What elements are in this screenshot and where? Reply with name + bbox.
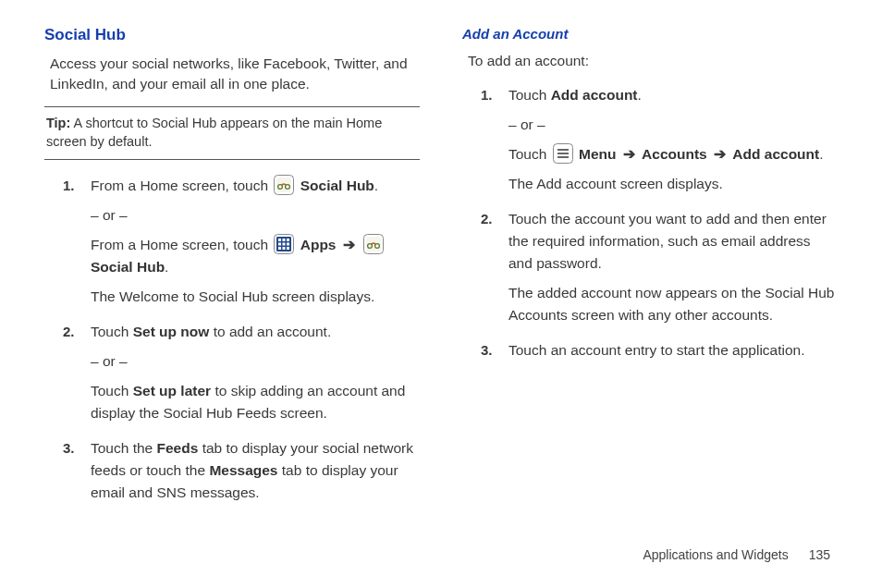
bold-apps: Apps bbox=[300, 237, 337, 252]
bold-social-hub: Social Hub bbox=[300, 178, 374, 193]
svg-rect-10 bbox=[283, 242, 286, 245]
page-footer: Applications and Widgets 135 bbox=[643, 547, 830, 562]
bold-add-account: Add account bbox=[551, 87, 638, 103]
steps-list-left: From a Home screen, touch Social Hub. – … bbox=[44, 175, 420, 504]
heading-social-hub: Social Hub bbox=[44, 26, 420, 44]
svg-rect-20 bbox=[557, 149, 569, 151]
period: . bbox=[165, 259, 168, 275]
footer-section: Applications and Widgets bbox=[643, 547, 788, 562]
step-text: The Welcome to Social Hub screen display… bbox=[91, 286, 420, 308]
tip-box: Tip: A shortcut to Social Hub appears on… bbox=[44, 106, 420, 159]
step-text: From a Home screen, touch bbox=[91, 178, 272, 193]
step-text: to add an account. bbox=[209, 324, 331, 339]
tip-text: A shortcut to Social Hub appears on the … bbox=[46, 116, 382, 149]
svg-rect-8 bbox=[287, 239, 289, 241]
step-text: The Add account screen displays. bbox=[508, 173, 838, 195]
svg-point-18 bbox=[375, 243, 380, 248]
svg-point-2 bbox=[278, 184, 283, 189]
or-text: – or – bbox=[508, 114, 838, 136]
or-text: – or – bbox=[91, 204, 420, 227]
social-hub-icon bbox=[274, 175, 294, 195]
step-text: Touch bbox=[91, 324, 133, 339]
step-text: Touch the account you want to add and th… bbox=[508, 208, 838, 275]
intro-text: Access your social networks, like Facebo… bbox=[50, 54, 420, 93]
list-item: Touch the Feeds tab to display your soci… bbox=[44, 437, 420, 504]
svg-rect-14 bbox=[287, 247, 289, 250]
menu-icon bbox=[553, 143, 573, 164]
bold-setup-now: Set up now bbox=[133, 324, 210, 339]
step-text: Touch bbox=[508, 146, 551, 162]
list-item: From a Home screen, touch Social Hub. – … bbox=[44, 175, 420, 308]
intro-text: To add an account: bbox=[468, 51, 838, 71]
svg-rect-22 bbox=[557, 156, 569, 158]
arrow-icon: ➔ bbox=[620, 146, 638, 162]
bold-setup-later: Set up later bbox=[133, 383, 211, 398]
social-hub-icon bbox=[363, 234, 384, 254]
step-text: Touch an account entry to start the appl… bbox=[508, 339, 838, 361]
period: . bbox=[638, 87, 642, 103]
bold-menu: Menu bbox=[579, 146, 616, 162]
step-text: Touch bbox=[91, 383, 133, 398]
step-text: The added account now appears on the Soc… bbox=[508, 282, 838, 326]
svg-rect-21 bbox=[557, 153, 569, 154]
right-column: Add an Account To add an account: Touch … bbox=[462, 26, 838, 517]
apps-icon bbox=[274, 234, 294, 254]
arrow-icon: ➔ bbox=[340, 237, 358, 252]
period: . bbox=[374, 178, 378, 193]
steps-list-right: Touch Add account. – or – Touch Menu ➔ A… bbox=[462, 84, 838, 361]
left-column: Social Hub Access your social networks, … bbox=[44, 26, 420, 517]
bold-accounts: Accounts bbox=[642, 146, 707, 162]
svg-rect-6 bbox=[278, 239, 281, 241]
list-item: Touch an account entry to start the appl… bbox=[462, 339, 838, 361]
heading-add-account: Add an Account bbox=[462, 26, 838, 42]
svg-rect-13 bbox=[283, 247, 286, 250]
svg-point-3 bbox=[286, 184, 290, 189]
arrow-icon: ➔ bbox=[711, 146, 729, 162]
period: . bbox=[819, 146, 823, 162]
list-item: Touch Add account. – or – Touch Menu ➔ A… bbox=[462, 84, 838, 195]
bold-feeds: Feeds bbox=[157, 440, 199, 456]
step-text: Touch the bbox=[91, 440, 157, 456]
svg-point-17 bbox=[368, 243, 373, 248]
svg-rect-11 bbox=[287, 242, 289, 245]
step-text: From a Home screen, touch bbox=[91, 237, 272, 252]
svg-rect-12 bbox=[278, 247, 281, 250]
list-item: Touch the account you want to add and th… bbox=[462, 208, 838, 326]
list-item: Touch Set up now to add an account. – or… bbox=[44, 321, 420, 424]
svg-rect-7 bbox=[283, 239, 286, 241]
bold-messages: Messages bbox=[209, 462, 277, 478]
tip-label: Tip: bbox=[46, 116, 70, 130]
or-text: – or – bbox=[91, 350, 420, 373]
bold-add-account: Add account bbox=[732, 146, 819, 162]
page-number: 135 bbox=[809, 547, 830, 562]
step-text: Touch bbox=[508, 87, 551, 103]
bold-social-hub: Social Hub bbox=[91, 259, 165, 275]
svg-rect-9 bbox=[278, 242, 281, 245]
